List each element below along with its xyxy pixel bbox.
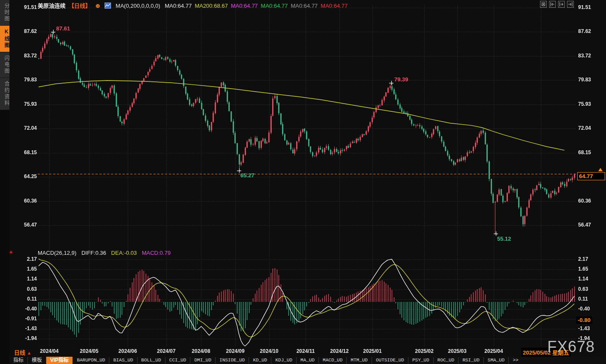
ma-legend-item-2: MA0:64.77 [231,3,258,9]
symbol-name: 美原油连续 [38,3,66,9]
x-axis-month-label: 2024/09 [226,348,244,354]
toolbar-item-barupdnud[interactable]: BARUPDN_UD [73,357,109,364]
macd-macd-value: MACD:0.79 [142,250,171,256]
toolbar-item-[interactable]: 模板 [28,357,46,364]
x-axis-row: 日线 ▲ 2024/042024/052024/062024/072024/08… [0,348,606,356]
toolbar-item-smaud[interactable]: SMA_UD [484,357,509,364]
toolbar-item-[interactable]: >> [509,357,522,364]
axis-tick-label: -1.94 [25,335,37,341]
ma-legend-item-4: MA0:64.77 [291,3,318,9]
macd-dea-value: DEA:-0.03 [111,250,137,256]
axis-tick-label: 2.17 [578,256,588,262]
chart-header: 美原油连续【日线】 ⊕ MA(0,200,0,0,0,0) MA0:64.77M… [38,1,354,9]
axis-tick-label: 2.17 [27,256,37,262]
pan-right-icon[interactable] [567,1,574,8]
axis-tick-label: 68.15 [578,149,591,155]
toolbar-item-outsideud[interactable]: OUTSIDE_UD [372,357,408,364]
axis-tick-label: 83.72 [578,53,591,59]
x-axis-month-label: 2024/04 [40,348,58,354]
toolbar-item-bollud[interactable]: BOLL_UD [138,357,165,364]
x-axis-month-label: 2024/05 [80,348,98,354]
toolbar-item-macdud[interactable]: MACD_UD [319,357,346,364]
x-axis-month-label: 2024/12 [330,348,348,354]
sidebar-tab-kline[interactable]: K线图 [0,26,9,52]
x-axis-month-label: 2024/06 [118,348,137,354]
macd-header: MACD(26,12,9) DIFF:0.36 DEA:-0.03 MACD:0… [38,250,174,256]
axis-tick-label: 87.62 [24,28,37,34]
toolbar-item-[interactable]: 指标 [9,357,27,364]
last-price-arrow-icon [598,168,603,171]
sidebar-tab-contract-info[interactable]: 合约资料 [0,78,9,110]
compress-right-icon[interactable] [558,1,565,8]
axis-tick-label: 83.72 [24,53,37,59]
axis-tick-label: 1.65 [27,266,37,272]
last-price-badge: 64.77 [577,172,605,180]
toolbar-item-maud[interactable]: MA_UD [297,357,318,364]
axis-tick-label: 56.47 [24,222,37,228]
axis-tick-label: 91.51 [578,4,591,10]
ma-legend-item-0: MA0:64.77 [165,3,192,9]
toolbar-item-cciud[interactable]: CCI_UD [165,357,190,364]
indicator-settings-icon[interactable]: ☀ [9,249,14,256]
fx678-watermark: FX678 [547,339,595,355]
sidebar-tab-lightning[interactable]: 闪电图 [0,52,9,78]
axis-tick-label: 0.63 [27,286,37,292]
period-dropdown-arrow-icon: ▲ [27,350,32,355]
axis-tick-label: -0.91 [25,316,37,322]
axis-tick-label: 87.62 [578,28,591,34]
x-axis-month-label: 2025/04 [484,348,503,354]
add-favorite-icon[interactable]: ⊕ [96,3,100,9]
ma-indicator-icon[interactable] [105,3,111,9]
axis-tick-label: 1.14 [27,276,37,282]
indicator-toolbar: 指标模板VIP指标BARUPDN_UDBIAS_UDBOLL_UDCCI_UDD… [9,357,606,364]
period-selector[interactable]: 日线 ▲ [14,348,32,356]
ma-legend-item-5: MA0:64.77 [321,3,348,9]
axis-tick-label: 72.04 [578,125,591,131]
toolbar-item-rsiud[interactable]: RSI_UD [459,357,483,364]
toolbar-item-vip[interactable]: VIP指标 [46,357,72,364]
toolbar-item-insideud[interactable]: INSIDE_UD [216,357,249,364]
ma-legend: MA0:64.77MA200:68.67MA0:64.77MA0:64.77MA… [165,3,351,9]
toolbar-item-rocud[interactable]: ROC_UD [434,357,459,364]
toolbar-item-dmiud[interactable]: DMI_UD [190,357,215,364]
axis-tick-label: 75.93 [24,101,37,107]
axis-tick-label: 60.36 [578,198,591,204]
toolbar-item-kdjud[interactable]: KDJ_UD [271,357,296,364]
axis-tick-label: 64.25 [24,173,37,179]
ma-settings-text: MA(0,200,0,0,0,0) [116,3,160,9]
axis-tick-label: 68.15 [24,149,37,155]
axis-tick-label: -1.43 [25,325,37,331]
x-axis-month-label: 2025/01 [363,348,381,354]
axis-tick-label: 79.83 [24,77,37,83]
x-axis-month-label: 2024/07 [157,348,175,354]
axis-tick-label: 75.93 [578,101,591,107]
candlestick-chart-canvas[interactable] [0,0,606,364]
axis-tick-label: 91.51 [24,4,37,10]
axis-tick-label: 0.63 [578,286,588,292]
sidebar-tab-timeshare[interactable]: 分时图 [0,0,9,26]
toolbar-item-psyud[interactable]: PSY_UD [408,357,433,364]
x-axis-month-label: 2024/10 [260,348,278,354]
macd-value-badge: -0.80 [576,316,592,324]
period-label: 【日线】 [69,3,91,9]
ma-legend-item-3: MA0:64.77 [261,3,288,9]
axis-tick-label: 0.11 [27,296,37,302]
x-axis-month-label: 2024/11 [297,348,315,354]
axis-tick-label: 1.14 [578,276,588,282]
compress-left-icon[interactable] [549,1,556,8]
axis-tick-label: -1.43 [578,325,590,331]
toolbar-item-mtmud[interactable]: MTM_UD [347,357,372,364]
toolbar-item-biasud[interactable]: BIAS_UD [109,357,137,364]
axis-tick-label: -0.40 [578,306,590,312]
axis-tick-label: 79.83 [578,77,591,83]
chart-toolbar-icons [540,1,574,8]
move-tool-icon[interactable] [540,1,547,8]
left-sidebar: 分时图 K线图 闪电图 合约资料 [0,0,9,364]
toolbar-item-kdud[interactable]: KD_UD [249,357,271,364]
axis-tick-label: 1.65 [578,266,588,272]
axis-tick-label: 0.11 [578,296,588,302]
axis-tick-label: -0.40 [25,306,37,312]
x-axis-month-label: 2025/02 [415,348,433,354]
axis-tick-label: 56.47 [578,222,591,228]
x-axis-month-label: 2025/03 [448,348,466,354]
